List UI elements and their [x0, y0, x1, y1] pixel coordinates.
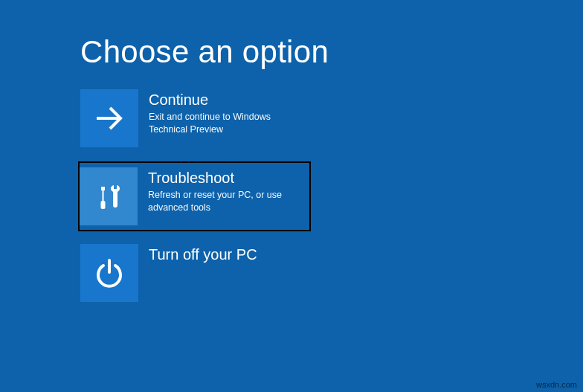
option-troubleshoot-text: Troubleshoot Refresh or reset your PC, o…: [148, 167, 304, 214]
page-title: Choose an option: [80, 34, 329, 70]
options-list: Continue Exit and continue to Windows Te…: [80, 89, 311, 316]
svg-rect-1: [101, 187, 105, 190]
continue-tile: [80, 89, 138, 147]
turnoff-tile: [80, 244, 138, 302]
troubleshoot-tile: [80, 167, 138, 225]
svg-rect-3: [101, 201, 106, 209]
power-icon: [92, 256, 126, 290]
option-continue-title: Continue: [149, 91, 305, 109]
option-troubleshoot[interactable]: Troubleshoot Refresh or reset your PC, o…: [78, 161, 311, 231]
option-troubleshoot-desc: Refresh or reset your PC, or use advance…: [148, 189, 304, 214]
option-troubleshoot-title: Troubleshoot: [148, 169, 304, 187]
option-continue-desc: Exit and continue to Windows Technical P…: [149, 111, 305, 136]
watermark: wsxdn.com: [536, 380, 577, 389]
tools-icon: [91, 179, 126, 213]
arrow-right-icon: [92, 101, 126, 135]
option-turnoff-text: Turn off your PC: [149, 244, 257, 266]
option-continue-text: Continue Exit and continue to Windows Te…: [149, 89, 305, 136]
option-turnoff[interactable]: Turn off your PC: [80, 244, 311, 302]
option-turnoff-title: Turn off your PC: [149, 245, 257, 263]
option-continue[interactable]: Continue Exit and continue to Windows Te…: [80, 89, 311, 147]
svg-rect-2: [103, 190, 104, 201]
